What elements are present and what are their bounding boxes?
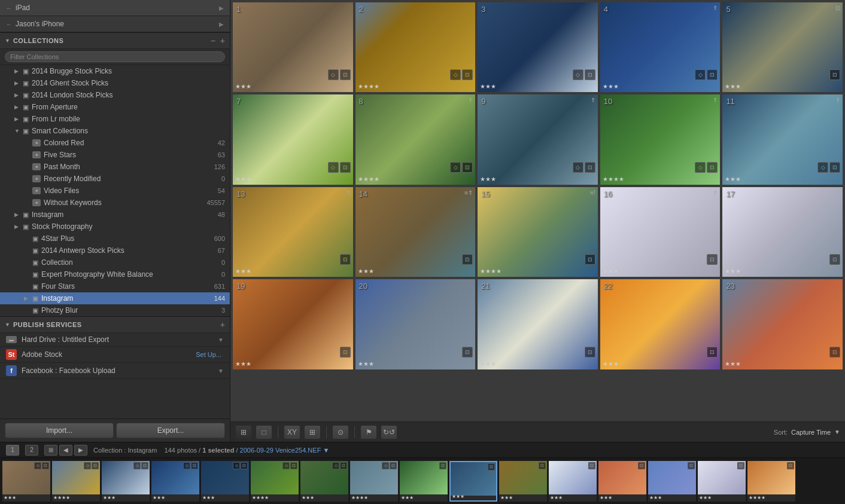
photo-cell[interactable]: 20⊡★★★ [355,279,476,369]
filmstrip-thumb[interactable]: ★★★⊡ [499,461,547,502]
photo-cell[interactable]: 3◇⊡★★★ [478,2,598,92]
filmstrip-thumb[interactable]: ★★★◇⊡ [300,461,348,502]
collection-item-from-aperture[interactable]: ▶▣From Aperture [0,101,230,113]
toolbar-rotate-button[interactable]: ↻↺ [381,425,397,439]
photo-cell[interactable]: 15≡!⊡★★★★ [478,187,598,277]
filmstrip-thumb[interactable]: ★★★◇⊡ [201,461,249,502]
publish-facebook-item[interactable]: f Facebook : Facebook Upload ▼ [0,363,230,379]
photo-icon-button[interactable]: ◇ [450,69,461,80]
photo-icon-button[interactable]: ⊡ [462,254,473,265]
photo-icon-button[interactable]: ⊡ [340,254,351,265]
device-iphone[interactable]: ← Jason's iPhone ▶ [0,16,230,32]
device-ipad[interactable]: ← iPad ▶ [0,0,230,16]
photo-cell[interactable]: 10⇑◇⊡★★★★ [600,94,721,184]
film-icon-button[interactable]: ⊡ [141,462,148,469]
toolbar-publish-button[interactable]: ⊙ [332,425,349,439]
film-icon-button[interactable]: ⊡ [191,462,198,469]
photo-cell[interactable]: 14≡⇑⊡★★★ [355,187,476,277]
collection-item-instagram[interactable]: ▶▣Instagram48 [0,209,230,221]
status-nav-fwd-button[interactable]: ▶ [74,445,87,456]
photo-icon-button[interactable]: ⊡ [462,347,473,358]
film-icon-button[interactable]: ⊡ [390,462,397,469]
photo-icon-button[interactable]: ⊡ [462,69,473,80]
film-icon-button[interactable]: ⊡ [688,462,695,469]
photo-icon-button[interactable]: ⊡ [707,69,718,80]
film-icon-button[interactable]: ◇ [183,462,190,469]
collection-item-2014-brugge-stock-picks[interactable]: ▶▣2014 Brugge Stock Picks [0,65,230,77]
collection-item-smart-collections[interactable]: ▼▣Smart Collections [0,125,230,137]
film-icon-button[interactable]: ⊡ [241,462,248,469]
photo-cell[interactable]: 11⇑◇⊡★★★ [722,94,843,184]
photo-cell[interactable]: 9⇑◇⊡★★★ [478,94,598,184]
film-icon-button[interactable]: ◇ [382,462,389,469]
status-filename[interactable]: / 2006-09-29 Venice254.NEF ▼ [236,447,330,454]
sort-arrow-icon[interactable]: ▼ [834,429,840,435]
photo-cell[interactable]: 19⊡★★★ [233,279,353,369]
filmstrip-thumb[interactable]: ★★★★◇⊡ [251,461,299,502]
photo-icon-button[interactable]: ⊡ [829,347,840,358]
view-survey-button[interactable]: ⊞ [304,425,321,439]
photo-icon-button[interactable]: ⊡ [340,347,351,358]
publish-adobe-item[interactable]: St Adobe Stock Set Up... [0,347,230,363]
collection-item-stock-photography[interactable]: ▶▣Stock Photography [0,221,230,233]
filmstrip-thumb[interactable]: ★★★⊡ [400,461,448,502]
collection-item-2014-antwerp-stock-picks[interactable]: ▣2014 Antwerp Stock Picks67 [0,245,230,256]
photo-cell[interactable]: 5⊡⊡★★★ [722,2,843,92]
film-icon-button[interactable]: ⊡ [340,462,347,469]
adobe-setup-link[interactable]: Set Up... [196,351,221,358]
photo-icon-button[interactable]: ⊡ [707,162,718,173]
collection-item-recently-modified[interactable]: ✦Recently Modified0 [0,173,230,185]
film-icon-button[interactable]: ◇ [332,462,339,469]
photo-icon-button[interactable]: ⊡ [462,162,473,173]
toolbar-flag-button[interactable]: ⚑ [360,425,377,439]
status-nav-back-button[interactable]: ◀ [59,445,72,456]
filmstrip-thumb[interactable]: ★★★★⊡ [747,461,795,502]
film-icon-button[interactable]: ⊡ [92,462,99,469]
film-icon-button[interactable]: ◇ [34,462,41,469]
view-loupe-button[interactable]: □ [256,425,272,439]
photo-icon-button[interactable]: ⊡ [585,347,595,358]
photo-icon-button[interactable]: ◇ [695,162,706,173]
filmstrip-thumb[interactable]: ★★★⊡ [549,461,597,502]
photo-icon-button[interactable]: ◇ [573,69,583,80]
film-icon-button[interactable]: ⊡ [787,462,794,469]
collection-item-instagram[interactable]: ▶▣Instagram144 [0,292,230,304]
filmstrip-thumb[interactable]: ★★★★◇⊡ [350,461,398,502]
filmstrip-thumb[interactable]: ★★★⊡ [598,461,646,502]
photo-icon-button[interactable]: ⊡ [585,162,595,173]
import-button[interactable]: Import... [5,423,114,438]
photo-icon-button[interactable]: ⊡ [340,162,351,173]
collection-item-video-files[interactable]: ✦Video Files54 [0,185,230,197]
photo-icon-button[interactable]: ◇ [817,162,828,173]
photo-cell[interactable]: 21⊡★★★ [478,279,598,369]
export-button[interactable]: Export... [116,423,225,438]
photo-icon-button[interactable]: ⊡ [340,69,351,80]
film-icon-button[interactable]: ◇ [84,462,91,469]
publish-plus-icon[interactable]: + [220,320,225,329]
photo-icon-button[interactable]: ⊡ [707,254,718,265]
publish-hd-item[interactable]: ▬ Hard Drive : Untitled Export ▼ [0,333,230,347]
filmstrip-thumb[interactable]: ★★★⊡ [449,461,497,502]
publish-services-header[interactable]: ▼ Publish Services + [0,317,230,333]
photo-icon-button[interactable]: ⊡ [585,254,595,265]
photo-icon-button[interactable]: ⊡ [829,254,840,265]
status-view2-button[interactable]: 2 [25,445,38,456]
collection-item-2014-ghent-stock-picks[interactable]: ▶▣2014 Ghent Stock Picks [0,77,230,89]
photo-icon-button[interactable]: ⊡ [707,347,718,358]
photo-cell[interactable]: 13⇑⊡★★★ [233,187,353,277]
film-icon-button[interactable]: ⊡ [638,462,645,469]
collection-item-four-stars[interactable]: ▣Four Stars631 [0,280,230,292]
collection-item-photzy-blur[interactable]: ▣Photzy Blur3 [0,304,230,316]
photo-cell[interactable]: 16⇑⊡★★★ [600,187,721,277]
film-icon-button[interactable]: ⊡ [539,462,546,469]
film-icon-button[interactable]: ◇ [282,462,290,469]
collection-item-collection[interactable]: ▣Collection0 [0,256,230,268]
photo-cell[interactable]: 2◇⊡★★★★ [355,2,476,92]
photo-cell[interactable]: 17⇑⊡★★★ [722,187,843,277]
filmstrip-thumb[interactable]: ★★★⊡ [698,461,746,502]
collection-item-from-lr-mobile[interactable]: ▶▣From Lr mobile [0,113,230,125]
film-icon-button[interactable]: ⊡ [42,462,49,469]
film-icon-button[interactable]: ◇ [133,462,141,469]
filmstrip-thumb[interactable]: ★★★◇⊡ [102,461,150,502]
collection-item-colored-red[interactable]: ✦Colored Red42 [0,137,230,149]
